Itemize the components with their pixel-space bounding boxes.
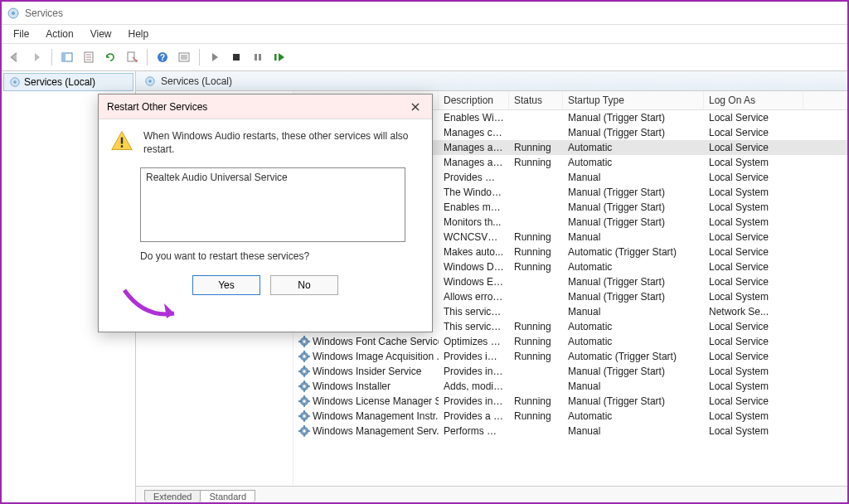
svg-rect-148 [308, 415, 310, 417]
svg-rect-145 [303, 410, 305, 413]
svg-point-138 [303, 400, 306, 403]
menu-view[interactable]: View [82, 27, 120, 41]
svg-point-20 [13, 80, 17, 84]
table-row[interactable]: Windows Font Cache ServiceOptimizes p...… [294, 334, 847, 349]
svg-rect-155 [121, 138, 123, 144]
svg-rect-154 [308, 430, 310, 432]
view-tabs: Extended Standard [136, 486, 847, 502]
svg-rect-16 [255, 54, 257, 61]
table-row[interactable]: Windows InstallerAdds, modifi...ManualLo… [294, 379, 847, 394]
svg-rect-151 [303, 425, 305, 428]
svg-rect-142 [308, 400, 310, 402]
stop-service-button[interactable] [226, 47, 246, 67]
svg-rect-118 [308, 341, 310, 342]
export-button[interactable] [122, 47, 142, 67]
svg-rect-135 [298, 385, 301, 387]
svg-point-22 [148, 80, 152, 83]
table-row[interactable]: Windows Management Instr...Provides a c.… [294, 409, 847, 424]
svg-rect-3 [62, 53, 65, 61]
properties-button[interactable] [79, 47, 99, 67]
svg-rect-134 [303, 390, 305, 392]
table-row[interactable]: Windows Insider ServiceProvides infr...M… [294, 364, 847, 379]
svg-rect-130 [308, 371, 310, 372]
table-row[interactable]: Windows Management Serv...Performs ma...… [294, 424, 847, 439]
restart-service-button[interactable] [269, 47, 289, 67]
svg-rect-127 [303, 366, 305, 368]
svg-rect-17 [259, 54, 261, 61]
svg-rect-136 [308, 385, 310, 387]
menu-help[interactable]: Help [120, 27, 158, 41]
svg-rect-122 [303, 360, 305, 362]
help-button[interactable]: ? [153, 47, 172, 67]
tree-item-label: Services (Local) [24, 76, 95, 88]
svg-point-120 [303, 355, 306, 358]
svg-rect-156 [121, 145, 123, 148]
svg-rect-116 [303, 345, 305, 347]
svg-rect-152 [303, 434, 305, 437]
forward-button[interactable] [27, 47, 46, 67]
svg-rect-146 [303, 419, 305, 422]
svg-rect-123 [298, 356, 301, 357]
right-pane-title: Services (Local) [161, 75, 232, 87]
tab-standard[interactable]: Standard [200, 490, 255, 502]
svg-rect-121 [303, 351, 305, 353]
menu-file[interactable]: File [5, 27, 37, 41]
svg-rect-141 [298, 400, 301, 402]
show-hide-tree-button[interactable] [57, 47, 77, 67]
svg-point-114 [303, 340, 306, 343]
dialog-title: Restart Other Services [107, 101, 207, 113]
svg-point-144 [303, 414, 306, 418]
svg-rect-147 [298, 415, 301, 417]
svg-rect-8 [128, 52, 134, 61]
svg-text:?: ? [160, 53, 165, 62]
svg-point-132 [303, 385, 306, 388]
svg-rect-128 [303, 375, 305, 377]
svg-rect-18 [274, 54, 277, 61]
dependent-services-list[interactable]: Realtek Audio Universal Service [140, 167, 405, 242]
col-description[interactable]: Description [439, 91, 509, 109]
list-item[interactable]: Realtek Audio Universal Service [146, 172, 400, 183]
titlebar: Services [2, 2, 847, 25]
svg-point-126 [303, 370, 306, 373]
svg-point-150 [303, 429, 306, 433]
dialog-confirm-text: Do you want to restart these services? [140, 250, 420, 262]
restart-services-dialog: Restart Other Services When Windows Audi… [98, 94, 433, 332]
dialog-titlebar: Restart Other Services [99, 94, 432, 119]
pause-service-button[interactable] [248, 47, 268, 67]
table-row[interactable]: Windows Image Acquisition ...Provides im… [294, 349, 847, 364]
table-row[interactable]: Windows License Manager S...Provides inf… [294, 394, 847, 409]
yes-button[interactable]: Yes [192, 275, 260, 295]
svg-rect-153 [298, 430, 301, 432]
tab-extended[interactable]: Extended [144, 490, 201, 502]
back-button[interactable] [5, 47, 25, 67]
dialog-message: When Windows Audio restarts, these other… [143, 129, 420, 156]
svg-rect-133 [303, 380, 305, 383]
svg-rect-15 [233, 54, 240, 61]
col-status[interactable]: Status [509, 91, 563, 109]
window-title: Services [25, 7, 63, 19]
col-startup[interactable]: Startup Type [563, 91, 704, 109]
svg-rect-124 [308, 356, 310, 357]
svg-rect-129 [298, 371, 301, 372]
tree-item-services-local[interactable]: Services (Local) [3, 73, 133, 91]
no-button[interactable]: No [270, 275, 338, 295]
svg-point-1 [12, 12, 15, 15]
warning-icon [110, 129, 133, 153]
svg-rect-115 [303, 336, 305, 338]
services-app-icon [7, 7, 20, 20]
svg-rect-139 [303, 395, 305, 398]
col-logon[interactable]: Log On As [704, 91, 803, 109]
list-button[interactable] [174, 47, 194, 67]
menubar: File Action View Help [2, 25, 847, 43]
svg-rect-140 [303, 405, 305, 407]
svg-rect-117 [298, 341, 301, 342]
menu-action[interactable]: Action [37, 27, 81, 41]
toolbar: ? [2, 43, 847, 71]
start-service-button[interactable] [205, 47, 225, 67]
dialog-close-button[interactable] [405, 97, 425, 117]
right-pane-header: Services (Local) [136, 71, 847, 91]
refresh-button[interactable] [100, 47, 120, 67]
